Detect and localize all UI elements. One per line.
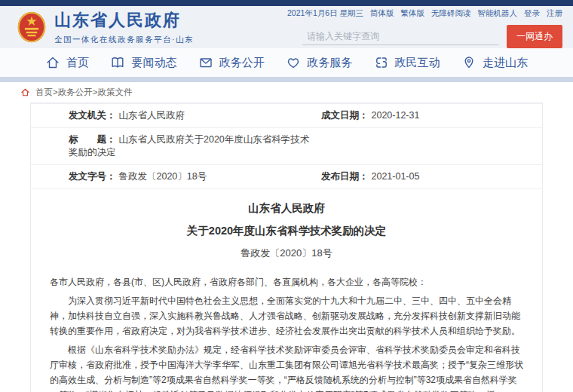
nav-label: 政务服务 (307, 56, 352, 70)
meta-date-written: 成文日期：2020-12-31 (312, 104, 542, 128)
site-title: 山东省人民政府 (54, 9, 194, 32)
link-simplified-chinese[interactable]: 简体版 (370, 8, 394, 19)
meta-date-published: 发布日期：2021-01-05 (312, 165, 542, 189)
national-emblem-logo (17, 11, 47, 44)
current-date: 2021年1月6日 星期三 (287, 8, 363, 19)
one-net-service-button[interactable]: 一网通办 (507, 25, 562, 48)
meta-value: 鲁政发〔2020〕18号 (119, 171, 207, 182)
meta-value: 2020-12-31 (372, 110, 420, 121)
site-header: 山东省人民政府 全国一体化在线政务服务平台·山东 2021年1月6日 星期三 简… (0, 6, 573, 48)
home-icon (45, 55, 60, 70)
breadcrumb-path[interactable]: 首页>政务公开>政策文件 (35, 87, 132, 98)
breadcrumb: 首页>政务公开>政策文件 (0, 82, 573, 103)
nav-item-gov-disclosure[interactable]: 政务公开 (198, 55, 265, 70)
meta-doc-number: 发文字号：鲁政发〔2020〕18号 (31, 165, 312, 189)
link-accessibility[interactable]: 无障碍阅读 (431, 8, 471, 19)
meta-label: 标 题： (69, 134, 116, 145)
main-navigation: 首页 要闻动态 政务公开 政务服务 政民互动 走进山东 (0, 48, 573, 77)
meta-label: 发布日期： (321, 171, 369, 182)
paragraph-awards: 根据《山东省科学技术奖励办法》规定，经省科学技术奖励评审委员会评审、省科学技术奖… (50, 342, 523, 392)
meta-issuing-org: 发文机关：山东省人民政府 (31, 104, 312, 128)
nav-label: 首页 (66, 56, 89, 70)
nav-divider-strip (0, 77, 573, 82)
paragraph-salutation: 各市人民政府，各县(市、区)人民政府，省政府各部门、各直属机构，各大企业，各高等… (50, 274, 523, 289)
meta-label: 发文机关： (69, 110, 116, 121)
utility-links: 2021年1月6日 星期三 简体版 繁体版 无障碍阅读 智能机器人 登录 注册 (287, 8, 562, 19)
news-book-icon (110, 55, 125, 70)
document-meta-table: 发文机关：山东省人民政府 成文日期：2020-12-31 标 题：山东省人民政府… (31, 103, 542, 189)
nav-label: 政民互动 (395, 56, 440, 70)
link-register[interactable]: 注册 (547, 8, 562, 19)
document-title-line2: 关于2020年度山东省科学技术奖励的决定 (31, 224, 542, 238)
nav-label: 政务公开 (219, 56, 265, 70)
nav-item-home[interactable]: 首页 (45, 55, 89, 70)
meta-title: 标 题：山东省人民政府关于2020年度山东省科学技术奖励的决定 (31, 128, 312, 165)
nav-label: 要闻动态 (131, 56, 176, 70)
nav-item-interaction[interactable]: 政民互动 (374, 55, 440, 70)
document-number: 鲁政发〔2020〕18号 (31, 247, 542, 260)
link-traditional-chinese[interactable]: 繁体版 (401, 8, 425, 19)
meta-value: 山东省人民政府 (119, 110, 185, 121)
site-branding[interactable]: 山东省人民政府 全国一体化在线政务服务平台·山东 (17, 9, 194, 45)
nav-label: 走进山东 (483, 56, 528, 70)
meta-empty-cell (312, 128, 542, 165)
link-smart-robot[interactable]: 智能机器人 (478, 8, 518, 19)
link-login[interactable]: 登录 (524, 8, 540, 19)
nav-item-news[interactable]: 要闻动态 (110, 55, 176, 70)
nav-item-gov-services[interactable]: 政务服务 (286, 55, 352, 70)
heart-icon (286, 55, 301, 70)
document-title-line1: 山东省人民政府 (31, 201, 542, 216)
nav-item-about-shandong[interactable]: 走进山东 (461, 55, 528, 70)
search-input[interactable] (302, 28, 499, 45)
document-card: 发文机关：山东省人民政府 成文日期：2020-12-31 标 题：山东省人民政府… (30, 103, 543, 392)
document-body: 各市人民政府，各县(市、区)人民政府，省政府各部门、各直属机构，各大企业，各高等… (31, 260, 542, 392)
top-accent-strip (0, 0, 573, 6)
meta-label: 成文日期： (321, 110, 369, 121)
paragraph-intro: 为深入贯彻习近平新时代中国特色社会主义思想，全面落实党的十九大和十九届二中、三中… (50, 293, 523, 338)
map-pin-icon (461, 55, 476, 70)
document-heading: 山东省人民政府 关于2020年度山东省科学技术奖励的决定 鲁政发〔2020〕18… (31, 201, 542, 260)
envelope-icon (198, 55, 213, 70)
meta-label: 发文字号： (69, 171, 116, 182)
interaction-icon (374, 55, 389, 70)
site-subtitle: 全国一体化在线政务服务平台·山东 (54, 35, 194, 45)
meta-value: 2021-01-05 (372, 171, 420, 182)
breadcrumb-home-icon (20, 87, 30, 97)
